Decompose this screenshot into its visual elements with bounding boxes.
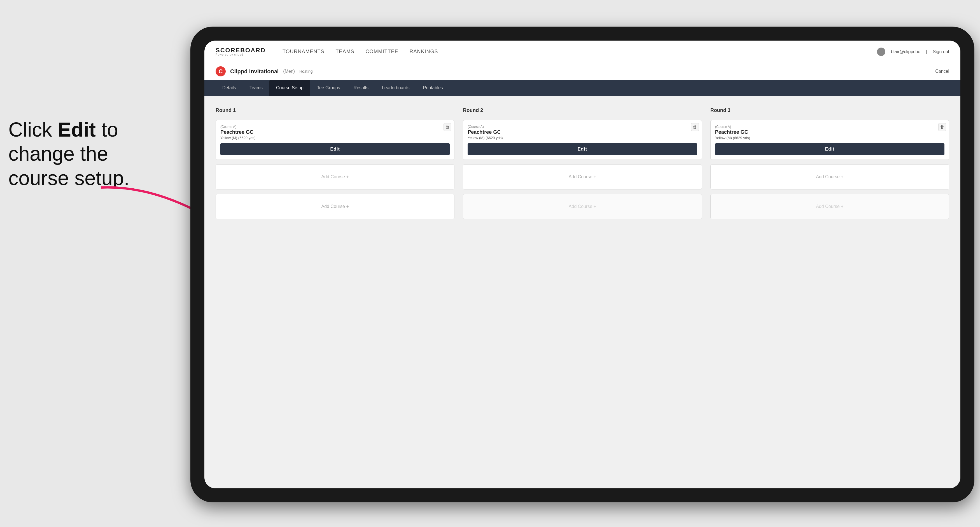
tournament-name: Clippd Invitational	[230, 68, 278, 75]
round-3-course-name: Peachtree GC	[715, 129, 945, 135]
round-3-title: Round 3	[710, 108, 949, 113]
round-3-add-course-2-label: Add Course +	[816, 204, 843, 209]
logo-area: SCOREBOARD Powered by clippd	[216, 47, 266, 56]
tab-tee-groups[interactable]: Tee Groups	[310, 80, 347, 96]
round-1-title: Round 1	[216, 108, 455, 113]
nav-left: SCOREBOARD Powered by clippd TOURNAMENTS…	[216, 47, 438, 56]
round-1-course-card: 🗑 (Course A) Peachtree GC Yellow (M) (66…	[216, 120, 455, 160]
hosting-badge: Hosting	[299, 69, 312, 74]
round-2-column: Round 2 🗑 (Course A) Peachtree GC Yellow…	[463, 108, 702, 219]
tab-results[interactable]: Results	[347, 80, 375, 96]
round-3-column: Round 3 🗑 (Course A) Peachtree GC Yellow…	[710, 108, 949, 219]
round-2-edit-button[interactable]: Edit	[468, 143, 697, 155]
main-content: Round 1 🗑 (Course A) Peachtree GC Yellow…	[204, 96, 960, 488]
clippd-logo: C	[216, 66, 226, 76]
round-2-course-label: (Course A)	[468, 125, 697, 129]
nav-right: blair@clippd.io | Sign out	[877, 48, 949, 56]
round-3-course-card: 🗑 (Course A) Peachtree GC Yellow (M) (66…	[710, 120, 949, 160]
logo-sub: Powered by clippd	[216, 54, 266, 56]
tab-course-setup[interactable]: Course Setup	[269, 80, 310, 96]
nav-links: TOURNAMENTS TEAMS COMMITTEE RANKINGS	[283, 49, 438, 55]
round-2-add-course-2-label: Add Course +	[569, 204, 596, 209]
top-nav: SCOREBOARD Powered by clippd TOURNAMENTS…	[204, 41, 960, 63]
sign-out-link[interactable]: Sign out	[933, 49, 949, 54]
round-2-add-course-1-label: Add Course +	[569, 175, 596, 179]
round-3-add-course-1[interactable]: Add Course +	[710, 164, 949, 189]
logo-scoreboard: SCOREBOARD	[216, 47, 266, 54]
avatar	[877, 48, 885, 56]
tab-leaderboards[interactable]: Leaderboards	[375, 80, 416, 96]
nav-teams[interactable]: TEAMS	[336, 49, 355, 55]
nav-committee[interactable]: COMMITTEE	[366, 49, 398, 55]
round-2-course-name: Peachtree GC	[468, 129, 697, 135]
round-3-add-course-1-label: Add Course +	[816, 175, 843, 179]
round-2-course-details: Yellow (M) (6629 yds)	[468, 136, 697, 140]
round-1-course-label: (Course A)	[220, 125, 450, 129]
rounds-grid: Round 1 🗑 (Course A) Peachtree GC Yellow…	[216, 108, 949, 219]
tab-details[interactable]: Details	[216, 80, 243, 96]
round-3-add-course-2: Add Course +	[710, 194, 949, 219]
round-2-title: Round 2	[463, 108, 702, 113]
round-2-course-card: 🗑 (Course A) Peachtree GC Yellow (M) (66…	[463, 120, 702, 160]
round-1-column: Round 1 🗑 (Course A) Peachtree GC Yellow…	[216, 108, 455, 219]
round-1-delete-button[interactable]: 🗑	[444, 123, 451, 131]
nav-rankings[interactable]: RANKINGS	[410, 49, 438, 55]
round-1-add-course-2[interactable]: Add Course +	[216, 194, 455, 219]
separator: |	[926, 49, 927, 54]
round-3-edit-button[interactable]: Edit	[715, 143, 945, 155]
edit-bold: Edit	[58, 118, 96, 141]
tab-teams[interactable]: Teams	[243, 80, 269, 96]
round-3-course-details: Yellow (M) (6629 yds)	[715, 136, 945, 140]
sub-header: C Clippd Invitational (Men) Hosting Canc…	[204, 63, 960, 80]
round-2-add-course-1[interactable]: Add Course +	[463, 164, 702, 189]
user-email: blair@clippd.io	[891, 49, 920, 54]
tab-printables[interactable]: Printables	[416, 80, 450, 96]
nav-tournaments[interactable]: TOURNAMENTS	[283, 49, 325, 55]
tournament-gender: (Men)	[283, 69, 295, 74]
round-3-delete-button[interactable]: 🗑	[938, 123, 946, 131]
round-2-add-course-2: Add Course +	[463, 194, 702, 219]
round-1-add-course-1-label: Add Course +	[321, 175, 349, 179]
round-2-delete-button[interactable]: 🗑	[691, 123, 699, 131]
tab-bar: Details Teams Course Setup Tee Groups Re…	[204, 80, 960, 96]
round-1-add-course-1[interactable]: Add Course +	[216, 164, 455, 189]
round-1-add-course-2-label: Add Course +	[321, 204, 349, 209]
cancel-button[interactable]: Cancel	[935, 69, 949, 74]
tablet-screen: SCOREBOARD Powered by clippd TOURNAMENTS…	[204, 41, 960, 488]
round-1-course-details: Yellow (M) (6629 yds)	[220, 136, 450, 140]
round-3-course-label: (Course A)	[715, 125, 945, 129]
round-1-edit-button[interactable]: Edit	[220, 143, 450, 155]
round-1-course-name: Peachtree GC	[220, 129, 450, 135]
sub-header-left: C Clippd Invitational (Men) Hosting	[216, 66, 313, 76]
tablet-frame: SCOREBOARD Powered by clippd TOURNAMENTS…	[190, 27, 974, 502]
